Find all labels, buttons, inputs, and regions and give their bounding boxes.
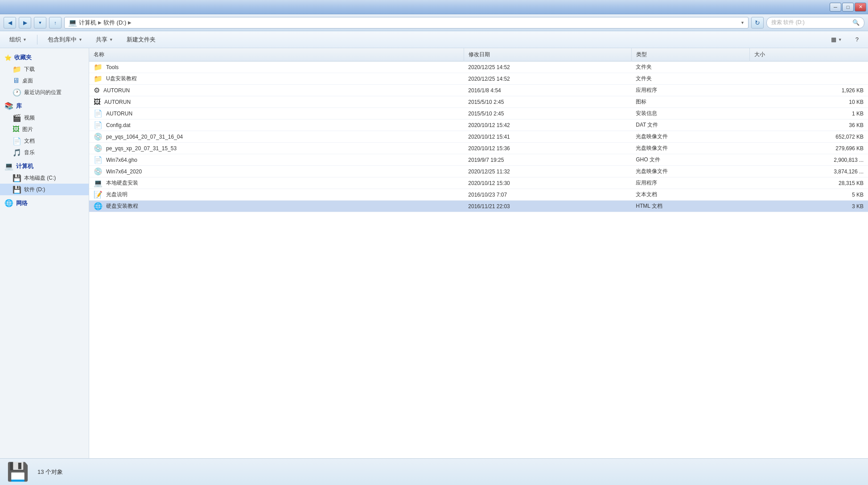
file-name-cell[interactable]: 🖼 AUTORUN [89, 96, 464, 108]
file-type-icon: 📁 [94, 63, 103, 71]
favorites-label: 收藏夹 [14, 53, 32, 62]
help-icon: ? [856, 36, 859, 43]
archive-button[interactable]: 包含到库中 ▼ [43, 33, 87, 46]
file-name-cell[interactable]: 📄 Config.dat [89, 119, 464, 131]
status-bar: 💾 13 个对象 [0, 458, 868, 485]
organize-button[interactable]: 组织 ▼ [4, 33, 32, 46]
table-row[interactable]: 💿 pe_yqs_xp_20_07_31_15_53 2020/10/12 15… [89, 143, 868, 154]
table-row[interactable]: 📁 Tools 2020/12/25 14:52 文件夹 [89, 62, 868, 73]
sidebar-item-pictures[interactable]: 🖼 图片 [0, 123, 89, 135]
organize-label: 组织 [9, 36, 21, 44]
column-header-size[interactable]: 大小 [750, 48, 868, 62]
sidebar-item-d-drive[interactable]: 💾 软件 (D:) [0, 184, 89, 195]
address-bar: ◀ ▶ ▼ ↑ 💻 计算机 ▶ 软件 (D:) ▶ ▼ ↻ 搜索 软件 (D:)… [0, 14, 868, 31]
up-button[interactable]: ↑ [49, 17, 62, 29]
sidebar-section-computer: 💻 计算机 💾 本地磁盘 (C:) 💾 软件 (D:) [0, 160, 89, 195]
file-size: 1 KB [750, 108, 868, 119]
sidebar-network-header[interactable]: 🌐 网络 [0, 197, 89, 209]
organize-arrow: ▼ [23, 37, 27, 42]
search-placeholder: 搜索 软件 (D:) [771, 19, 805, 26]
sidebar-library-header[interactable]: 📚 库 [0, 100, 89, 112]
new-folder-label: 新建文件夹 [127, 36, 156, 44]
refresh-button[interactable]: ↻ [751, 17, 764, 29]
table-row[interactable]: 📄 AUTORUN 2015/5/10 2:45 安装信息 1 KB [89, 108, 868, 119]
table-row[interactable]: 📝 光盘说明 2016/10/23 7:07 文本文档 5 KB [89, 189, 868, 201]
help-button[interactable]: ? [851, 33, 864, 46]
library-label: 库 [16, 102, 22, 110]
table-row[interactable]: 🌐 硬盘安装教程 2016/11/21 22:03 HTML 文档 3 KB [89, 201, 868, 212]
file-name-cell[interactable]: 📄 AUTORUN [89, 108, 464, 119]
forward-button[interactable]: ▶ [19, 17, 31, 29]
sidebar-item-download[interactable]: 📁 下载 [0, 63, 89, 75]
search-icon[interactable]: 🔍 [852, 19, 860, 26]
maximize-button[interactable]: □ [842, 3, 854, 12]
breadcrumb-drive[interactable]: 软件 (D:) [103, 19, 126, 27]
share-button[interactable]: 共享 ▼ [91, 33, 118, 46]
archive-label: 包含到库中 [48, 36, 77, 44]
close-button[interactable]: ✕ [855, 3, 866, 12]
file-type: 光盘映像文件 [631, 166, 749, 177]
file-size: 652,072 KB [750, 131, 868, 143]
table-row[interactable]: 📁 U盘安装教程 2020/12/25 14:52 文件夹 [89, 73, 868, 85]
file-type: 应用程序 [631, 85, 749, 96]
sidebar-item-label: 桌面 [22, 77, 33, 85]
sidebar-item-label: 软件 (D:) [24, 186, 45, 193]
main-content: ⭐ 收藏夹 📁 下载 🖥 桌面 🕐 最近访问的位置 📚 库 [0, 48, 868, 458]
title-bar: ─ □ ✕ [0, 0, 868, 14]
new-folder-button[interactable]: 新建文件夹 [122, 33, 160, 46]
file-name-cell[interactable]: 🌐 硬盘安装教程 [89, 201, 464, 212]
sidebar-item-label: 文档 [24, 137, 35, 145]
file-size: 1,926 KB [750, 85, 868, 96]
file-type-icon: 💿 [94, 132, 103, 141]
table-row[interactable]: 🖼 AUTORUN 2015/5/10 2:45 图标 10 KB [89, 96, 868, 108]
column-header-type[interactable]: 类型 [631, 48, 749, 62]
file-name: Tools [106, 64, 119, 70]
file-name-cell[interactable]: 💿 pe_yqs_xp_20_07_31_15_53 [89, 143, 464, 154]
file-name-cell[interactable]: ⚙ AUTORUN [89, 85, 464, 96]
file-name-cell[interactable]: 📁 U盘安装教程 [89, 73, 464, 85]
recent-locations-button[interactable]: ▼ [34, 17, 46, 29]
table-row[interactable]: 📄 Config.dat 2020/10/12 15:42 DAT 文件 36 … [89, 119, 868, 131]
sidebar-item-c-drive[interactable]: 💾 本地磁盘 (C:) [0, 172, 89, 184]
file-type: 光盘映像文件 [631, 131, 749, 143]
sidebar-computer-header[interactable]: 💻 计算机 [0, 160, 89, 172]
sidebar-item-music[interactable]: 🎵 音乐 [0, 147, 89, 158]
column-header-name[interactable]: 名称 [89, 48, 464, 62]
table-row[interactable]: ⚙ AUTORUN 2016/1/8 4:54 应用程序 1,926 KB [89, 85, 868, 96]
table-row[interactable]: 💿 pe_yqs_1064_20_07_31_16_04 2020/10/12 … [89, 131, 868, 143]
table-row[interactable]: 📄 Win7x64.gho 2019/9/7 19:25 GHO 文件 2,90… [89, 154, 868, 166]
column-header-modified[interactable]: 修改日期 [464, 48, 631, 62]
table-row[interactable]: 💿 Win7x64_2020 2020/12/25 11:32 光盘映像文件 3… [89, 166, 868, 177]
file-date: 2016/11/21 22:03 [464, 201, 631, 212]
breadcrumb[interactable]: 💻 计算机 ▶ 软件 (D:) ▶ ▼ [64, 17, 749, 29]
breadcrumb-dropdown[interactable]: ▼ [740, 21, 745, 25]
network-icon: 🌐 [4, 199, 13, 207]
file-type-icon: 💻 [94, 179, 103, 187]
file-date: 2020/10/12 15:42 [464, 119, 631, 131]
file-name-cell[interactable]: 📝 光盘说明 [89, 189, 464, 201]
sidebar-item-video[interactable]: 🎬 视频 [0, 112, 89, 123]
file-type: 光盘映像文件 [631, 143, 749, 154]
sidebar-favorites-header[interactable]: ⭐ 收藏夹 [0, 52, 89, 63]
back-button[interactable]: ◀ [4, 17, 16, 29]
minimize-button[interactable]: ─ [830, 3, 841, 12]
sidebar-item-desktop[interactable]: 🖥 桌面 [0, 75, 89, 86]
table-row[interactable]: 💻 本地硬盘安装 2020/10/12 15:30 应用程序 28,315 KB [89, 177, 868, 189]
file-date: 2015/5/10 2:45 [464, 108, 631, 119]
file-name-cell[interactable]: 📁 Tools [89, 62, 464, 73]
clock-icon: 🕐 [12, 88, 21, 97]
breadcrumb-computer[interactable]: 计算机 [79, 19, 96, 27]
file-type-icon: 💿 [94, 167, 103, 176]
file-name-cell[interactable]: 💻 本地硬盘安装 [89, 177, 464, 189]
file-name-cell[interactable]: 📄 Win7x64.gho [89, 154, 464, 166]
sidebar-section-network: 🌐 网络 [0, 197, 89, 209]
file-name-cell[interactable]: 💿 Win7x64_2020 [89, 166, 464, 177]
search-bar[interactable]: 搜索 软件 (D:) 🔍 [766, 17, 864, 29]
sidebar-item-documents[interactable]: 📄 文档 [0, 135, 89, 147]
file-name-cell[interactable]: 💿 pe_yqs_1064_20_07_31_16_04 [89, 131, 464, 143]
computer-icon: 💻 [4, 162, 13, 170]
window-controls: ─ □ ✕ [830, 3, 866, 12]
file-table: 名称 修改日期 类型 大小 📁 Tools 2020/12/25 14:52 文… [89, 48, 868, 212]
view-button[interactable]: ▦ ▼ [826, 33, 847, 46]
sidebar-item-recent[interactable]: 🕐 最近访问的位置 [0, 86, 89, 98]
